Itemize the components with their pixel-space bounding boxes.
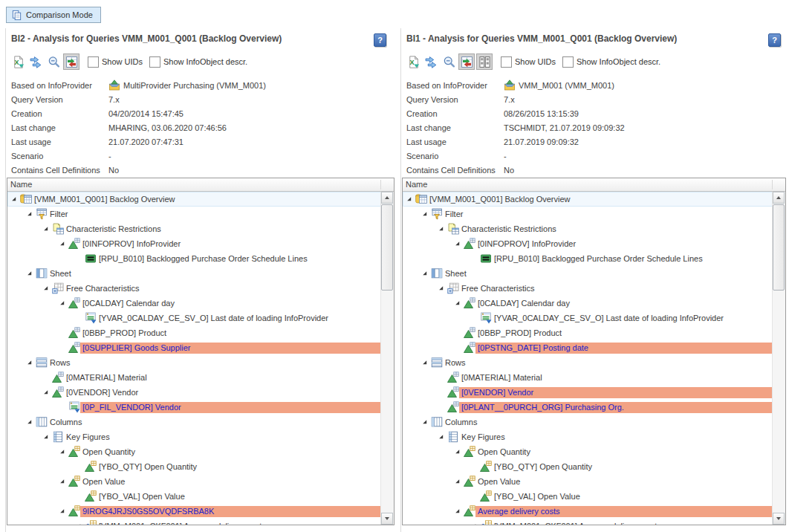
tree-row[interactable]: Rows: [7, 355, 381, 370]
expand-arrow-icon[interactable]: [435, 223, 447, 235]
tree-row[interactable]: [0BBP_PROD] Product: [403, 325, 773, 340]
tree-row[interactable]: [0MATERIAL] Material: [7, 370, 381, 385]
tree-row[interactable]: [0INFOPROV] InfoProvider: [7, 236, 381, 251]
expand-arrow-icon[interactable]: [452, 476, 464, 487]
checkbox-show-infoobject-descr-[interactable]: Show InfoObject descr.: [562, 56, 660, 68]
checkbox-box[interactable]: [149, 56, 160, 68]
expand-arrow-icon[interactable]: [452, 446, 464, 458]
tree-row[interactable]: [YVAR_0CALDAY_CE_SV_O] Last date of load…: [7, 311, 381, 325]
tree-row[interactable]: Free Characteristics: [403, 281, 773, 296]
comparison-mode-button[interactable]: Comparison Mode: [6, 7, 101, 23]
tree-row[interactable]: [VMM_M001_Q001] Backlog Overview: [403, 192, 773, 207]
vertical-scrollbar[interactable]: [772, 192, 785, 525]
expand-arrow-icon[interactable]: [452, 505, 464, 517]
expand-arrow-icon[interactable]: [419, 208, 431, 220]
tree-row[interactable]: [YBO_QTY] Open Quantity: [7, 459, 381, 474]
expand-arrow-icon[interactable]: [403, 193, 415, 205]
checkbox-show-infoobject-descr-[interactable]: Show InfoObject descr.: [149, 56, 247, 68]
tree-row[interactable]: Open Quantity: [7, 444, 381, 459]
tree-row[interactable]: [0PSTNG_DATE] Posting date: [403, 340, 773, 355]
tree-row[interactable]: Characteristic Restrictions: [7, 221, 381, 236]
scroll-up-button[interactable]: [381, 192, 393, 204]
expand-arrow-icon[interactable]: [56, 238, 68, 250]
expand-arrow-icon[interactable]: [419, 357, 431, 369]
tree-row[interactable]: Open Value: [403, 474, 773, 489]
expand-arrow-icon[interactable]: [56, 297, 68, 309]
zoom-out-button[interactable]: [441, 53, 457, 70]
tree-row[interactable]: Open Value: [7, 474, 381, 489]
split-view-button[interactable]: [476, 53, 493, 70]
expand-arrow-icon[interactable]: [419, 416, 431, 428]
tree-row[interactable]: Open Quantity: [403, 444, 773, 459]
tree-row[interactable]: f[VMM_M001_CKF001] Average delivery cost…: [403, 519, 773, 525]
tree-row[interactable]: [YBO_VAL] Open Value: [7, 489, 381, 504]
compare-table-button[interactable]: [458, 53, 475, 70]
transport-arrows-button[interactable]: [423, 53, 439, 70]
zoom-out-button[interactable]: [45, 53, 62, 70]
tree-row[interactable]: f[VMM_M001_CKF001] Average delivery cost…: [7, 519, 381, 525]
help-icon[interactable]: ?: [374, 33, 386, 47]
tree-row[interactable]: [0SUPPLIER] Goods Supplier: [7, 340, 381, 355]
tree-row[interactable]: Average delivery costs: [403, 504, 773, 519]
expand-arrow-icon[interactable]: [419, 267, 431, 279]
expand-arrow-icon[interactable]: [24, 267, 36, 279]
expand-arrow-icon[interactable]: [452, 238, 464, 250]
expand-arrow-icon[interactable]: [56, 505, 68, 517]
expand-arrow-icon[interactable]: [73, 520, 85, 525]
transport-arrows-button[interactable]: [27, 53, 44, 70]
tree-row[interactable]: [0CALDAY] Calendar day: [403, 296, 773, 311]
scroll-up-button[interactable]: [773, 192, 785, 204]
scroll-down-button[interactable]: [773, 513, 785, 525]
expand-arrow-icon[interactable]: [40, 282, 52, 294]
expand-arrow-icon[interactable]: [452, 297, 464, 309]
checkbox-box[interactable]: [562, 56, 574, 68]
tree-row[interactable]: Rows: [403, 355, 773, 370]
tree-row[interactable]: Characteristic Restrictions: [403, 221, 773, 236]
tree-row[interactable]: Sheet: [7, 266, 381, 281]
tree-row[interactable]: [0BBP_PROD] Product: [7, 325, 381, 340]
expand-arrow-icon[interactable]: [8, 193, 20, 205]
expand-arrow-icon[interactable]: [40, 431, 52, 443]
expand-arrow-icon[interactable]: [435, 282, 447, 294]
tree-row[interactable]: Filter: [7, 207, 381, 221]
help-icon[interactable]: ?: [768, 33, 781, 47]
expand-arrow-icon[interactable]: [40, 223, 52, 235]
tree-row[interactable]: [YBO_QTY] Open Quantity: [403, 459, 773, 474]
tree-row[interactable]: [VMM_M001_Q001] Backlog Overview: [7, 192, 381, 207]
export-excel-button[interactable]: X: [10, 53, 26, 70]
scroll-thumb[interactable]: [773, 204, 785, 291]
expand-arrow-icon[interactable]: [40, 386, 52, 398]
expand-arrow-icon[interactable]: [24, 416, 36, 428]
export-excel-button[interactable]: X: [405, 53, 421, 70]
scroll-down-button[interactable]: [381, 513, 393, 525]
tree-row[interactable]: [0VENDOR] Vendor: [7, 385, 381, 400]
tree-row[interactable]: Filter: [403, 207, 773, 221]
checkbox-box[interactable]: [501, 56, 512, 68]
scroll-thumb[interactable]: [381, 204, 393, 291]
expand-arrow-icon[interactable]: [24, 208, 36, 220]
tree-row[interactable]: Columns: [403, 415, 773, 429]
tree-row[interactable]: Columns: [7, 415, 381, 429]
tree-row[interactable]: [0INFOPROV] InfoProvider: [403, 236, 773, 251]
compare-table-button[interactable]: [63, 53, 79, 70]
expand-arrow-icon[interactable]: [24, 357, 36, 369]
tree-row[interactable]: [0CALDAY] Calendar day: [7, 296, 381, 311]
tree-row[interactable]: [RPU_B010] Backlogged Purchase Order Sch…: [7, 251, 381, 266]
checkbox-show-uids[interactable]: Show UIDs: [501, 56, 556, 68]
tree-row[interactable]: [YVAR_0CALDAY_CE_SV_O] Last date of load…: [403, 311, 773, 325]
expand-arrow-icon[interactable]: [435, 431, 447, 443]
tree-row[interactable]: Sheet: [403, 266, 773, 281]
expand-arrow-icon[interactable]: [56, 476, 68, 487]
expand-arrow-icon[interactable]: [468, 520, 480, 525]
tree-row[interactable]: [RPU_B010] Backlogged Purchase Order Sch…: [403, 251, 773, 266]
tree-row[interactable]: [0MATERIAL] Material: [403, 370, 773, 385]
tree-row[interactable]: 9IROG4JRJS0GS5OVQDFSRBA8K: [7, 504, 381, 519]
tree-row[interactable]: Key Figures: [7, 429, 381, 444]
tree-row[interactable]: Key Figures: [403, 429, 773, 444]
vertical-scrollbar[interactable]: [380, 192, 394, 525]
tree-row[interactable]: [0P_FIL_VENDOR] Vendor: [7, 400, 381, 415]
tree-row[interactable]: [0VENDOR] Vendor: [403, 385, 773, 400]
tree-row[interactable]: [0PLANT__0PURCH_ORG] Purchasing Org.: [403, 400, 773, 415]
expand-arrow-icon[interactable]: [56, 446, 68, 458]
checkbox-box[interactable]: [88, 56, 99, 68]
